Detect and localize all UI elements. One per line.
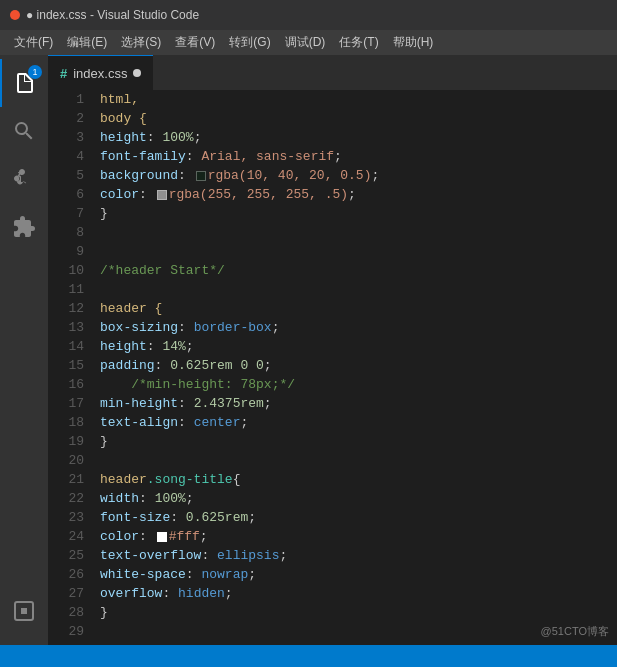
menu-bar: 文件(F)编辑(E)选择(S)查看(V)转到(G)调试(D)任务(T)帮助(H): [0, 30, 617, 55]
menu-item[interactable]: 帮助(H): [387, 32, 440, 53]
status-bar: [0, 645, 617, 667]
code-line: font-size: 0.625rem;: [100, 508, 617, 527]
line-number: 17: [48, 394, 84, 413]
window-title: ● index.css - Visual Studio Code: [26, 8, 199, 22]
code-line: body {: [100, 109, 617, 128]
tab-modified-dot: [133, 69, 141, 77]
menu-item[interactable]: 转到(G): [223, 32, 276, 53]
line-number: 9: [48, 242, 84, 261]
watermark: @51CTO博客: [541, 624, 609, 639]
code-line: /*min-height: 78px;*/: [100, 375, 617, 394]
line-number: 14: [48, 337, 84, 356]
code-line: color: #fff;: [100, 527, 617, 546]
line-number: 20: [48, 451, 84, 470]
code-line: }: [100, 432, 617, 451]
line-number: 29: [48, 622, 84, 641]
line-number: 8: [48, 223, 84, 242]
line-number: 4: [48, 147, 84, 166]
code-area[interactable]: html,body { height: 100%; font-family: A…: [94, 90, 617, 645]
line-number: 15: [48, 356, 84, 375]
files-icon[interactable]: 1: [0, 59, 48, 107]
remote-explorer-icon[interactable]: [0, 587, 48, 635]
code-line: min-height: 2.4375rem;: [100, 394, 617, 413]
menu-item[interactable]: 查看(V): [169, 32, 221, 53]
code-line: background: rgba(10, 40, 20, 0.5);: [100, 166, 617, 185]
code-line: }: [100, 204, 617, 223]
line-number: 6: [48, 185, 84, 204]
line-number: 28: [48, 603, 84, 622]
code-line: [100, 280, 617, 299]
menu-item[interactable]: 文件(F): [8, 32, 59, 53]
menu-item[interactable]: 调试(D): [279, 32, 332, 53]
line-number: 27: [48, 584, 84, 603]
title-bar: ● index.css - Visual Studio Code: [0, 0, 617, 30]
line-number: 22: [48, 489, 84, 508]
line-number: 1: [48, 90, 84, 109]
code-line: /*header Start*/: [100, 261, 617, 280]
code-line: box-sizing: border-box;: [100, 318, 617, 337]
line-number: 25: [48, 546, 84, 565]
editor-area: # index.css 1234567891011121314151617181…: [48, 55, 617, 645]
extensions-icon[interactable]: [0, 203, 48, 251]
code-line: [100, 622, 617, 641]
line-number: 11: [48, 280, 84, 299]
editor-content: 1234567891011121314151617181920212223242…: [48, 90, 617, 645]
line-numbers: 1234567891011121314151617181920212223242…: [48, 90, 94, 645]
window-close-dot[interactable]: [10, 10, 20, 20]
menu-item[interactable]: 选择(S): [115, 32, 167, 53]
code-line: height: 100%;: [100, 128, 617, 147]
activity-bar: 1: [0, 55, 48, 645]
editor-tab[interactable]: # index.css: [48, 55, 153, 90]
line-number: 7: [48, 204, 84, 223]
code-line: white-space: nowrap;: [100, 565, 617, 584]
code-line: [100, 242, 617, 261]
code-line: color: rgba(255, 255, 255, .5);: [100, 185, 617, 204]
line-number: 10: [48, 261, 84, 280]
source-control-icon[interactable]: [0, 155, 48, 203]
line-number: 23: [48, 508, 84, 527]
code-line: text-overflow: ellipsis;: [100, 546, 617, 565]
code-line: [100, 451, 617, 470]
code-line: font-family: Arial, sans-serif;: [100, 147, 617, 166]
code-line: html,: [100, 90, 617, 109]
line-number: 18: [48, 413, 84, 432]
search-icon[interactable]: [0, 107, 48, 155]
line-number: 2: [48, 109, 84, 128]
line-number: 16: [48, 375, 84, 394]
code-line: }: [100, 603, 617, 622]
line-number: 12: [48, 299, 84, 318]
tab-bar: # index.css: [48, 55, 617, 90]
tab-icon: #: [60, 66, 67, 81]
code-line: header .song-title {: [100, 470, 617, 489]
code-line: text-align: center;: [100, 413, 617, 432]
line-number: 5: [48, 166, 84, 185]
code-line: overflow: hidden;: [100, 584, 617, 603]
main-layout: 1 # index.css 12345678910111213141516: [0, 55, 617, 645]
code-line: width: 100%;: [100, 489, 617, 508]
code-line: [100, 223, 617, 242]
code-line: height: 14%;: [100, 337, 617, 356]
line-number: 24: [48, 527, 84, 546]
code-line: padding: 0.625rem 0 0;: [100, 356, 617, 375]
line-number: 3: [48, 128, 84, 147]
badge: 1: [28, 65, 42, 79]
menu-item[interactable]: 编辑(E): [61, 32, 113, 53]
tab-filename: index.css: [73, 66, 127, 81]
menu-item[interactable]: 任务(T): [333, 32, 384, 53]
line-number: 21: [48, 470, 84, 489]
line-number: 19: [48, 432, 84, 451]
code-line: header {: [100, 299, 617, 318]
line-number: 13: [48, 318, 84, 337]
line-number: 26: [48, 565, 84, 584]
